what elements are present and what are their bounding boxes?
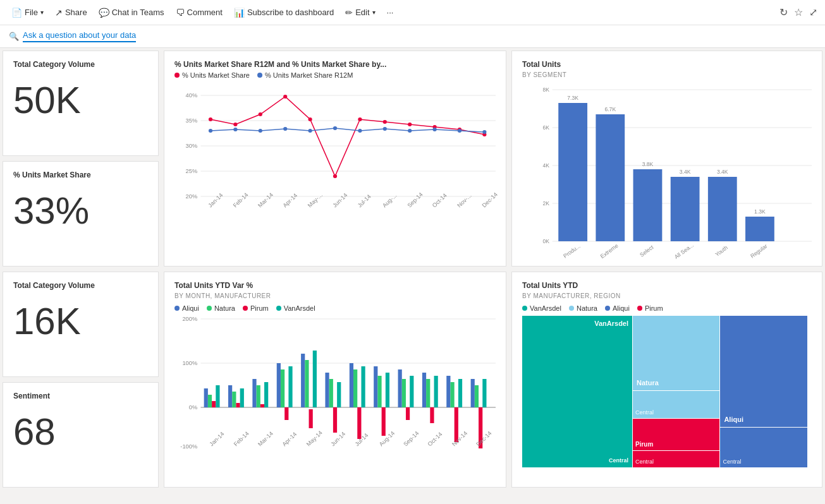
edit-chevron: ▾ (372, 9, 376, 16)
svg-text:Apr-14: Apr-14 (281, 431, 298, 447)
svg-rect-80 (361, 366, 365, 407)
svg-rect-72 (313, 351, 317, 407)
svg-text:0%: 0% (189, 404, 197, 411)
grouped-bar-title: Total Units YTD Var % (174, 281, 496, 290)
share-icon: ↗ (55, 8, 63, 18)
sentiment-title: Sentiment (13, 392, 148, 400)
edit-label: Edit (355, 8, 369, 17)
teams-icon: 💬 (99, 8, 109, 18)
treemap-col-vanarsdel: VanArsdel Central (522, 316, 632, 467)
svg-rect-86 (402, 379, 406, 407)
svg-text:Dec-14: Dec-14 (475, 430, 492, 447)
subscribe-button[interactable]: 📊 Subscribe to dashboard (230, 5, 338, 20)
file-menu[interactable]: 📄 File ▾ (8, 5, 47, 20)
svg-text:3.8K: 3.8K (642, 161, 654, 167)
svg-point-35 (233, 128, 237, 131)
svg-text:Aug-...: Aug-... (381, 193, 398, 209)
svg-point-26 (308, 117, 312, 121)
share-button[interactable]: ↗ Share (51, 5, 91, 20)
svg-rect-65 (277, 363, 281, 407)
svg-point-44 (458, 129, 461, 133)
legend-dot-blue (257, 73, 262, 78)
total-category-volume-card-2: Total Category Volume 16K (3, 272, 159, 377)
svg-point-23 (233, 123, 237, 126)
svg-point-34 (209, 129, 212, 133)
total-category-volume-card-1: Total Category Volume 50K (3, 51, 159, 156)
svg-rect-55 (212, 401, 216, 407)
svg-text:6K: 6K (542, 124, 549, 131)
svg-text:6.7K: 6.7K (604, 106, 616, 112)
svg-text:Dec-14: Dec-14 (481, 191, 499, 208)
total-units-bar-card: Total Units BY SEGMENT 8K 6K 4K 2K 0K 7.… (511, 51, 822, 267)
svg-rect-96 (458, 379, 462, 407)
svg-text:40%: 40% (186, 92, 198, 99)
total-cat-vol-1-title: Total Category Volume (13, 60, 148, 69)
svg-rect-73 (325, 373, 329, 407)
right-charts-column: Total Units BY SEGMENT 8K 6K 4K 2K 0K 7.… (509, 48, 825, 490)
grouped-bar-chart-card: Total Units YTD Var % BY MONTH, MANUFACT… (164, 272, 506, 488)
pct-units-value: 33% (13, 192, 148, 230)
edit-button[interactable]: ✏ Edit ▾ (341, 5, 379, 20)
svg-rect-84 (386, 373, 389, 407)
svg-text:Youth: Youth (714, 244, 728, 258)
treemap-cell-natura-central[interactable]: Central (633, 391, 719, 418)
legend-dot-ali (605, 306, 610, 311)
svg-text:Feb-14: Feb-14 (233, 430, 250, 447)
chat-in-teams-button[interactable]: 💬 Chat in Teams (95, 5, 168, 20)
svg-rect-69 (301, 354, 305, 407)
svg-rect-98 (475, 385, 479, 407)
svg-rect-88 (410, 376, 413, 407)
svg-text:Feb-14: Feb-14 (232, 191, 250, 208)
svg-rect-58 (232, 392, 236, 407)
treemap-cell-aliqui-central[interactable]: Central (720, 428, 807, 467)
qa-input[interactable]: Ask a question about your data (23, 30, 136, 42)
treemap-cell-aliqui[interactable]: Aliqui (720, 316, 807, 427)
svg-rect-125 (596, 114, 625, 241)
svg-rect-71 (309, 409, 313, 428)
treemap-title: Total Units YTD (522, 281, 812, 290)
svg-text:2K: 2K (542, 200, 549, 207)
svg-rect-100 (482, 379, 486, 407)
svg-point-42 (408, 129, 412, 133)
grouped-bar-legend: Aliqui Natura Pirum VanArsdel (174, 304, 496, 312)
treemap-cell-pirum-central[interactable]: Central (633, 451, 719, 467)
legend-aliqui-t: Aliqui (605, 304, 630, 312)
file-label: File (25, 8, 38, 17)
qa-bar[interactable]: 🔍 Ask a question about your data (0, 25, 825, 48)
svg-rect-79 (357, 407, 361, 439)
svg-text:Regular: Regular (749, 243, 768, 259)
treemap-cell-natura[interactable]: Natura (633, 316, 719, 390)
svg-rect-64 (264, 382, 268, 407)
svg-point-29 (383, 120, 387, 124)
legend-dot-aliqui (174, 306, 180, 311)
svg-point-43 (432, 128, 436, 131)
left-kpi-column: Total Category Volume 50K % Units Market… (0, 48, 161, 490)
star-icon[interactable]: ☆ (794, 6, 803, 18)
svg-text:Jun-14: Jun-14 (331, 192, 348, 208)
treemap-visual: VanArsdel Central Natura Central Pirum (522, 316, 812, 467)
total-cat-vol-1-value: 50K (13, 81, 148, 119)
treemap-cell-pirum[interactable]: Pirum (633, 419, 719, 450)
svg-text:3.4K: 3.4K (717, 169, 728, 175)
svg-point-28 (358, 117, 362, 121)
svg-rect-56 (216, 385, 219, 407)
refresh-icon[interactable]: ↻ (779, 6, 788, 18)
treemap-card: Total Units YTD BY MANUFACTURER, REGION … (511, 272, 822, 488)
more-button[interactable]: ··· (383, 5, 398, 20)
svg-rect-129 (671, 177, 700, 241)
center-charts-column: % Units Market Share R12M and % Units Ma… (161, 48, 509, 490)
fullscreen-icon[interactable]: ⤢ (809, 6, 817, 18)
svg-text:20%: 20% (186, 193, 198, 200)
svg-rect-68 (288, 366, 292, 407)
treemap-cell-vanarsdel[interactable]: VanArsdel Central (522, 316, 632, 467)
legend-item-r12m: % Units Market Share R12M (257, 71, 353, 79)
treemap-subtitle: BY MANUFACTURER, REGION (522, 292, 812, 299)
svg-text:100%: 100% (182, 360, 197, 366)
svg-rect-93 (446, 376, 450, 407)
more-label: ··· (387, 8, 394, 17)
comment-button[interactable]: 🗨 Comment (172, 5, 226, 20)
svg-rect-90 (426, 379, 430, 407)
svg-rect-82 (377, 376, 381, 407)
share-label: Share (65, 8, 87, 17)
svg-text:Jul-14: Jul-14 (353, 432, 369, 447)
